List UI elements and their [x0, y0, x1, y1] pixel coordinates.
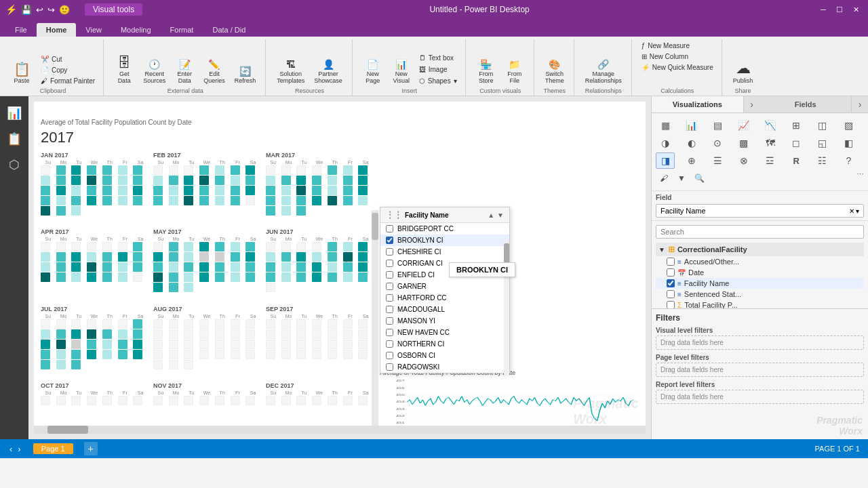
field-item-accused[interactable]: ≡ Accused/Other... [656, 256, 864, 267]
viz-clustered-bar-icon[interactable]: 📊 [682, 117, 701, 134]
filter-cb-macdougall[interactable] [386, 306, 393, 313]
filter-cb-northern[interactable] [386, 340, 393, 348]
filter-cb-radgowski[interactable] [386, 363, 393, 371]
canvas-hscroll[interactable] [34, 426, 646, 434]
line-chart[interactable]: Average of Total Facility Population Cou… [380, 369, 640, 430]
edit-queries-button[interactable]: ✏️ Edit Queries [199, 58, 229, 86]
new-page-button[interactable]: 📄 New Page [359, 58, 387, 86]
new-visual-button[interactable]: 📊 New Visual [388, 58, 415, 86]
paste-button[interactable]: 📋 Paste [8, 60, 35, 86]
field-item-facility-name[interactable]: ≡ Facility Name [656, 278, 864, 289]
from-file-button[interactable]: 📁 From File [501, 58, 528, 86]
field-dropdown[interactable]: Facility Name ✕ ▾ [656, 204, 864, 218]
viz-waterfall-icon[interactable]: ▨ [839, 117, 858, 134]
nav-report-icon[interactable]: 📊 [3, 102, 26, 125]
filter-cb-newhaven[interactable] [386, 329, 393, 336]
field-cb-sentenced[interactable] [667, 290, 675, 298]
smile-icon[interactable]: 🙂 [59, 5, 70, 15]
viz-filledmap-icon[interactable]: ◻ [787, 135, 806, 151]
redo-icon[interactable]: ↪ [47, 5, 55, 15]
partner-showcase-button[interactable]: 👤 Partner Showcase [310, 58, 347, 86]
close-button[interactable]: ✕ [849, 3, 863, 16]
viz-100-bar-icon[interactable]: ▤ [708, 117, 727, 134]
format-painter-button[interactable]: 🖌 Format Painter [38, 76, 98, 86]
new-column-button[interactable]: ⊞ New Column [639, 52, 691, 62]
filter-item-cheshire[interactable]: CHESHIRE CI [380, 246, 509, 258]
next-page-button[interactable]: › [16, 444, 22, 454]
filter-item-brooklyn[interactable]: BROOKLYN CI [380, 235, 509, 246]
viz-python-icon[interactable]: ☷ [813, 152, 832, 169]
tab-fields[interactable]: Fields [760, 96, 852, 113]
viz-filter-icon[interactable]: ▼ [673, 170, 690, 186]
filter-sort-desc-icon[interactable]: ▼ [497, 211, 504, 219]
field-dropdown-arrow-icon[interactable]: ▾ [856, 207, 859, 215]
new-measure-button[interactable]: ƒ New Measure [639, 41, 692, 51]
viz-panel-expand-icon[interactable]: › [744, 96, 760, 113]
tab-visualizations[interactable]: Visualizations [652, 96, 744, 113]
filter-widget[interactable]: ⋮⋮ Facility Name ▲ ▼ BRIDGEPORT CC [380, 207, 510, 373]
image-button[interactable]: 🖼 Image [416, 64, 460, 75]
filter-cb-cheshire[interactable] [386, 248, 393, 256]
filter-cb-osborn[interactable] [386, 352, 393, 359]
visual-level-drop-zone[interactable]: Drag data fields here [656, 336, 864, 350]
field-cb-total-facility[interactable] [667, 301, 675, 308]
page-tab[interactable]: Page 1 [33, 443, 73, 454]
nav-data-icon[interactable]: 📋 [3, 127, 26, 150]
undo-icon[interactable]: ↩ [36, 5, 43, 15]
report-level-drop-zone[interactable]: Drag data fields here [656, 390, 864, 404]
filter-cb-enfield[interactable] [386, 271, 393, 279]
solution-templates-button[interactable]: 🏗 Solution Templates [273, 58, 309, 86]
get-data-button[interactable]: 🗄 Get Data [111, 54, 138, 86]
viz-matrix-icon[interactable]: ☲ [761, 152, 780, 169]
filter-item-garner[interactable]: GARNER [380, 281, 509, 292]
tab-home[interactable]: Home [37, 23, 77, 37]
filter-cb-bridgeport[interactable] [386, 225, 393, 232]
field-item-sentenced[interactable]: ≡ Sentenced Stat... [656, 289, 864, 300]
nav-model-icon[interactable]: ⬡ [3, 153, 26, 176]
viz-qna-icon[interactable]: ? [839, 152, 858, 169]
viz-card-icon[interactable]: ◨ [656, 152, 675, 169]
filter-cb-hartford[interactable] [386, 294, 393, 302]
viz-slicer-icon[interactable]: ☰ [708, 152, 727, 169]
calendar-heatmap[interactable]: Average of Total Facility Population Cou… [41, 119, 373, 420]
filter-item-manson[interactable]: MANSON YI [380, 315, 509, 327]
viz-map-icon[interactable]: 🗺 [761, 135, 780, 151]
viz-area-icon[interactable]: 📉 [761, 117, 780, 134]
filter-item-newhaven[interactable]: NEW HAVEN CC [380, 327, 509, 338]
viz-treemap-icon[interactable]: ▩ [734, 135, 753, 151]
field-cb-facility-name[interactable] [667, 279, 675, 287]
filter-scrollbar[interactable] [504, 241, 509, 376]
filter-cb-manson[interactable] [386, 317, 393, 325]
field-clear-icon[interactable]: ✕ [849, 207, 854, 215]
filter-item-northern[interactable]: NORTHERN CI [380, 338, 509, 350]
maximize-button[interactable]: ☐ [833, 3, 846, 16]
filter-item-hartford[interactable]: HARTFORD CC [380, 292, 509, 304]
page-level-drop-zone[interactable]: Drag data fields here [656, 363, 864, 377]
fields-search-input[interactable] [656, 225, 864, 239]
recent-sources-button[interactable]: 🕐 Recent Sources [139, 58, 170, 86]
viz-kpi-icon[interactable]: ⊕ [682, 152, 701, 169]
publish-button[interactable]: ☁ Publish [729, 59, 757, 86]
minimize-button[interactable]: ─ [816, 3, 830, 16]
tab-modeling[interactable]: Modeling [111, 23, 161, 37]
filter-item-macdougall[interactable]: MACDOUGALL [380, 304, 509, 315]
filter-item-radgowski[interactable]: RADGOWSKI [380, 361, 509, 373]
manage-relationships-button[interactable]: 🔗 Manage Relationships [581, 58, 626, 86]
viz-paint-icon[interactable]: 🖌 [656, 170, 672, 186]
viz-r-icon[interactable]: R [787, 152, 806, 169]
viz-analytics-icon[interactable]: 🔍 [691, 170, 707, 186]
field-cb-accused[interactable] [667, 258, 675, 266]
viz-line-icon[interactable]: 📈 [734, 117, 753, 134]
canvas-hscroll-thumb[interactable] [47, 426, 88, 434]
from-store-button[interactable]: 🏪 From Store [473, 58, 500, 86]
viz-pie-icon[interactable]: ◐ [682, 135, 701, 151]
quick-save-icon[interactable]: 💾 [21, 5, 32, 15]
filter-cb-corrigan[interactable] [386, 260, 393, 267]
new-quick-measure-button[interactable]: ⚡ New Quick Measure [639, 62, 716, 73]
switch-theme-button[interactable]: 🎨 Switch Theme [541, 58, 568, 86]
filter-item-osborn[interactable]: OSBORN CI [380, 350, 509, 361]
tab-file[interactable]: File [5, 23, 37, 37]
fields-panel-expand-icon[interactable]: › [852, 96, 868, 113]
viz-donut-icon[interactable]: ⊙ [708, 135, 727, 151]
viz-funnel-icon[interactable]: ◱ [813, 135, 832, 151]
